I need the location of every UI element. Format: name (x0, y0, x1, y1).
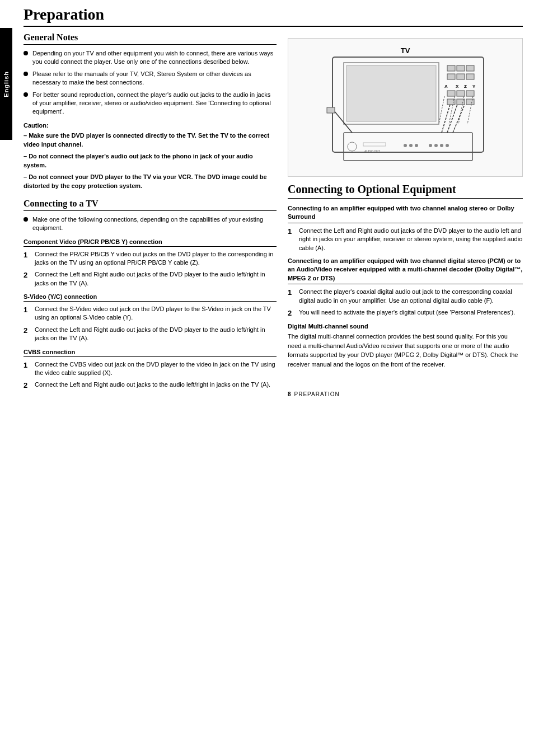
bullet-dot (24, 92, 28, 97)
step-number: 1 (24, 250, 30, 260)
cvbs-step-1: 1 Connect the CVBS video out jack on the… (24, 360, 277, 378)
step-number: 2 (288, 308, 294, 318)
svg-line-37 (453, 105, 465, 133)
cvbs-title: CVBS connection (24, 349, 277, 357)
page-title: Preparation (24, 6, 523, 27)
svg-rect-24 (344, 133, 472, 161)
svg-line-20 (439, 96, 444, 124)
svideo-title: S-Video (Y/C) connection (24, 293, 277, 302)
as-step-1-text: Connect the Left and Right audio out jac… (299, 227, 523, 252)
svg-rect-14 (447, 91, 455, 96)
sv-step-1: 1 Connect the S-Video video out jack on … (24, 305, 277, 322)
general-notes-title: General Notes (24, 32, 277, 45)
caution-line-3: – Do not connect your DVD player to the … (24, 173, 267, 190)
footer-label: Preparation (294, 391, 340, 397)
cvbs-step-1-text: Connect the CVBS video out jack on the D… (35, 360, 277, 378)
analog-stereo-section: Connecting to an amplifier equipped with… (288, 204, 523, 252)
step-number: 1 (288, 288, 294, 298)
sv-step-2-text: Connect the Left and Right audio out jac… (35, 326, 277, 343)
svg-rect-8 (457, 74, 465, 79)
bullet-item-1: Depending on your TV and other equipment… (24, 49, 277, 67)
svg-rect-6 (466, 65, 474, 71)
step-number: 2 (24, 381, 30, 391)
right-column: TV (288, 32, 523, 397)
step-number: 2 (24, 270, 30, 280)
step-number: 1 (24, 360, 30, 370)
bullet-dot (24, 217, 28, 222)
caution-line-2: – Do not connect the player's audio out … (24, 153, 253, 169)
step-number: 2 (24, 326, 30, 336)
svg-text:Z: Z (464, 84, 467, 89)
connecting-tv-intro-list: Make one of the following connections, d… (24, 215, 277, 233)
as-step-1: 1 Connect the Left and Right audio out j… (288, 227, 523, 252)
component-video-section: Component Video (PR/CR PB/CB Y) connecti… (24, 238, 277, 288)
digital-stereo-heading: Connecting to an amplifier equipped with… (288, 257, 523, 284)
page-footer: 8 Preparation (288, 391, 523, 397)
ds-step-1: 1 Connect the player's coaxial digital a… (288, 288, 523, 305)
page: English Preparation General Notes Depend… (0, 0, 534, 756)
svg-rect-9 (466, 74, 474, 79)
svg-rect-4 (447, 65, 455, 71)
connecting-tv-intro: Make one of the following connections, d… (32, 215, 277, 233)
cv-step-2-text: Connect the Left and Right audio out jac… (35, 270, 277, 288)
general-notes-bullets: Depending on your TV and other equipment… (24, 49, 277, 116)
step-number: 1 (24, 305, 30, 315)
ds-step-1-text: Connect the player's coaxial digital aud… (299, 288, 523, 305)
svg-point-32 (440, 144, 443, 147)
svg-point-30 (429, 144, 432, 147)
sidebar: English (0, 28, 12, 140)
sidebar-label: English (3, 71, 10, 97)
footer-page-number: 8 (288, 391, 291, 397)
bullet-text-3: For better sound reproduction, connect t… (32, 91, 277, 116)
svg-rect-3 (346, 65, 436, 121)
digital-stereo-section: Connecting to an amplifier equipped with… (288, 257, 523, 318)
connecting-optional-title: Connecting to Optional Equipment (288, 182, 523, 199)
connecting-tv-section: Connecting to a TV Make one of the follo… (24, 199, 277, 391)
connecting-tv-intro-item: Make one of the following connections, d… (24, 215, 277, 233)
svg-rect-5 (457, 65, 465, 71)
svg-rect-26 (363, 143, 386, 146)
svg-point-28 (409, 144, 413, 147)
cv-step-1: 1 Connect the PR/CR PB/CB Y video out ja… (24, 250, 277, 267)
digital-stereo-steps: 1 Connect the player's coaxial digital a… (288, 288, 523, 318)
svg-text:Y: Y (472, 84, 476, 89)
sv-step-2: 2 Connect the Left and Right audio out j… (24, 326, 277, 343)
bullet-text-1: Depending on your TV and other equipment… (32, 49, 277, 67)
connecting-tv-title: Connecting to a TV (24, 199, 277, 211)
svg-point-33 (446, 144, 449, 147)
cvbs-section: CVBS connection 1 Connect the CVBS video… (24, 349, 277, 391)
svg-rect-39 (327, 107, 335, 113)
digital-multichannel-section: Digital Multi-channel sound The digital … (288, 323, 523, 369)
bullet-dot (24, 72, 28, 76)
svideo-section: S-Video (Y/C) connection 1 Connect the S… (24, 293, 277, 343)
ds-step-2: 2 You will need to activate the player's… (288, 308, 523, 318)
digital-multichannel-text: The digital multi-channel connection pro… (288, 332, 523, 369)
ds-step-2-text: You will need to activate the player's d… (299, 308, 515, 317)
svg-point-27 (404, 144, 407, 147)
two-column-layout: General Notes Depending on your TV and o… (24, 32, 523, 397)
general-notes-section: General Notes Depending on your TV and o… (24, 32, 277, 191)
cvbs-step-2: 2 Connect the Left and Right audio out j… (24, 381, 277, 391)
caution-text: – Make sure the DVD player is connected … (24, 131, 277, 191)
svg-point-25 (348, 142, 357, 151)
svideo-steps: 1 Connect the S-Video video out jack on … (24, 305, 277, 343)
caution-title: Caution: (24, 122, 277, 129)
caution-block: Caution: – Make sure the DVD player is c… (24, 122, 277, 191)
component-video-title: Component Video (PR/CR PB/CB Y) connecti… (24, 238, 277, 247)
step-number: 1 (288, 227, 294, 237)
svg-point-31 (434, 144, 438, 147)
sv-step-1-text: Connect the S-Video video out jack on th… (35, 305, 277, 322)
bullet-dot (24, 51, 28, 55)
analog-stereo-steps: 1 Connect the Left and Right audio out j… (288, 227, 523, 252)
bullet-item-2: Please refer to the manuals of your TV, … (24, 70, 277, 87)
svg-rect-16 (466, 91, 474, 96)
svg-rect-19 (466, 99, 474, 105)
caution-line-1: – Make sure the DVD player is connected … (24, 132, 269, 148)
tv-svg: TV (310, 43, 500, 172)
main-content: Preparation General Notes Depending on y… (12, 0, 534, 408)
left-column: General Notes Depending on your TV and o… (24, 32, 277, 397)
cvbs-step-2-text: Connect the Left and Right audio out jac… (35, 381, 270, 389)
component-video-steps: 1 Connect the PR/CR PB/CB Y video out ja… (24, 250, 277, 288)
svg-text:AUDIO OUT: AUDIO OUT (364, 149, 380, 153)
cv-step-2: 2 Connect the Left and Right audio out j… (24, 270, 277, 288)
